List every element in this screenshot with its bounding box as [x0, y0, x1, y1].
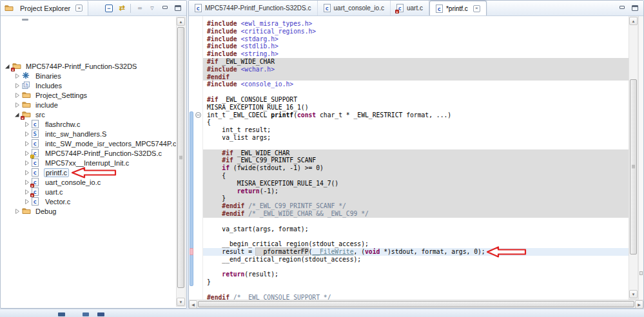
tree-item-Vector.c[interactable]: cVector.c [1, 197, 176, 206]
c-file-icon: c [436, 5, 443, 13]
collapse-all-icon[interactable]: − [104, 4, 113, 13]
scroll-up-icon[interactable]: ▲ [629, 17, 638, 25]
tree-scrollbar-thumb[interactable] [177, 27, 184, 288]
tree-item-Project_Settings[interactable]: Project_Settings [1, 90, 176, 100]
expand-twisty-icon[interactable] [24, 131, 30, 137]
code-line-1: #include <ewl_misra_types.h> [203, 20, 629, 28]
tree-item-label: printf.c [44, 168, 69, 177]
expand-twisty-icon[interactable] [14, 208, 20, 215]
editor-tab--printf.c[interactable]: c*printf.c× [429, 1, 487, 15]
tree-item-printf.c[interactable]: cprintf.c [1, 168, 176, 177]
vertical-ruler[interactable] [189, 16, 194, 300]
code-line-11: #if _EWL_CONSOLE_SUPPORT [203, 96, 629, 104]
expand-twisty-icon[interactable] [14, 92, 20, 99]
expand-twisty-icon[interactable] [24, 198, 30, 205]
tree-item-intc_SW_mode_isr_vectors_MPC5744P.c[interactable]: cintc_SW_mode_isr_vectors_MPC5744P.c [1, 139, 176, 148]
tree-item-MPC57xx__Interrupt_Init.c[interactable]: cMPC57xx__Interrupt_Init.c [1, 158, 176, 168]
tree-item-uart.c[interactable]: c×uart.c [1, 187, 176, 197]
expand-twisty-icon[interactable] [14, 82, 20, 89]
editor-body: #include <ewl_misra_types.h>#include <cr… [189, 16, 643, 300]
link-with-editor-icon[interactable]: ⇄ [117, 4, 126, 13]
editor-hscrollbar[interactable]: ◀ ▶ [189, 300, 643, 308]
error-badge: × [395, 10, 399, 14]
tree-item-Binaries[interactable]: Binaries [1, 71, 176, 81]
editor-tab-uart_console_io.c[interactable]: cuart_console_io.c [318, 1, 391, 15]
binaries-icon [22, 72, 32, 80]
tree-item-uart_console_io.c[interactable]: c×uart_console_io.c [1, 177, 176, 187]
svg-text:S: S [34, 131, 37, 137]
editor-tab-label: MPC5744P-Printf_Function-S32DS.c [205, 5, 311, 12]
tree-item-label: MPC5744P-Printf_Function-S32DS [24, 62, 138, 70]
hyperlinked-symbol[interactable]: __FileWrite [312, 248, 353, 255]
scroll-down-icon[interactable]: ▼ [177, 298, 185, 306]
expand-twisty-icon[interactable] [24, 169, 30, 176]
folding-column[interactable] [194, 16, 203, 300]
editor-hscrollbar-thumb[interactable] [198, 301, 634, 307]
collapse-region-icon[interactable] [195, 112, 201, 118]
editor-tab-uart.c[interactable]: c×uart.c [391, 1, 429, 15]
expand-twisty-icon[interactable] [14, 102, 20, 108]
includes-icon: h [22, 81, 32, 90]
tree-item-Includes[interactable]: hIncludes [1, 81, 176, 90]
tree-item-src[interactable]: ×src [1, 110, 176, 119]
folder-icon [5, 4, 14, 12]
code-editor[interactable]: #include <ewl_misra_types.h>#include <cr… [203, 16, 629, 300]
maximize-editor-icon[interactable] [630, 4, 639, 13]
editor-tab-label: *printf.c [446, 5, 468, 12]
code-line-36 [203, 286, 629, 294]
project-tree[interactable]: ×MPC5744P-Printf_Function-S32DSBinariesh… [1, 16, 176, 307]
code-line-4: #include <stdlib.h> [203, 43, 629, 50]
tree-item-label: Binaries [34, 72, 63, 80]
editor-tab-bar: cMPC5744P-Printf_Function-S32DS.ccuart_c… [189, 1, 643, 16]
expand-twisty-icon[interactable] [14, 73, 20, 79]
scroll-right-icon[interactable]: ▶ [635, 300, 643, 309]
expand-twisty-icon[interactable] [24, 150, 30, 157]
expand-twisty-icon[interactable] [24, 121, 30, 128]
tree-item-label: flashrchw.c [44, 120, 81, 128]
code-line-20: if (fwide(stdout, -1) >= 0) [203, 164, 629, 172]
editor-vscrollbar[interactable]: ▲ ▼ [629, 16, 638, 300]
bottom-window-trim [0, 309, 644, 317]
tree-item-MPC5744P-Printf_Function-S32DS.c[interactable]: c!MPC5744P-Printf_Function-S32DS.c [1, 148, 176, 158]
tree-item-flashrchw.c[interactable]: cflashrchw.c [1, 119, 176, 129]
close-view-icon[interactable]: × [75, 5, 83, 12]
overview-annotation-mark[interactable] [639, 271, 643, 275]
overview-ruler[interactable] [638, 16, 643, 300]
code-line-3: #include <stdarg.h> [203, 35, 629, 43]
error-badge: × [11, 68, 15, 72]
maximize-view-icon[interactable] [173, 4, 182, 13]
project-explorer-view-tab[interactable]: Project Explorer × [1, 1, 88, 15]
tree-item-Debug[interactable]: Debug [1, 206, 176, 216]
tree-item-include[interactable]: include [1, 100, 176, 110]
scroll-down-icon[interactable]: ▼ [629, 290, 638, 298]
cfile-icon: c! [32, 149, 41, 157]
expand-twisty-icon[interactable] [24, 140, 30, 147]
collapse-twisty-icon[interactable] [5, 63, 10, 70]
code-line-5: #include <string.h> [203, 50, 629, 58]
code-line-6: #if _EWL_WIDE_CHAR [203, 58, 629, 66]
tree-item-MPC5744P-Printf_Function-S32DS[interactable]: ×MPC5744P-Printf_Function-S32DS [1, 61, 176, 71]
scrolled-item-fragment [22, 19, 28, 21]
tree-item-label: Includes [34, 82, 63, 90]
editor-tab-label: uart_console_io.c [334, 5, 384, 12]
tree-item-intc_sw_handlers.S[interactable]: Sintc_sw_handlers.S [1, 129, 176, 139]
scroll-up-icon[interactable]: ▲ [177, 17, 185, 26]
code-line-25: #endif /*_EWL_C99_PRINTF_SCANF */ [203, 202, 629, 210]
expand-twisty-icon[interactable] [24, 179, 30, 186]
editor-tab-MPC5744P-Printf_Function-S32DS.c[interactable]: cMPC5744P-Printf_Function-S32DS.c [189, 1, 318, 15]
view-menu-icon[interactable]: ▽ [148, 4, 157, 13]
editor-vscrollbar-thumb[interactable] [630, 79, 637, 255]
minimize-editor-icon[interactable] [618, 4, 627, 13]
expand-twisty-icon[interactable] [24, 189, 30, 195]
expand-twisty-icon[interactable] [24, 160, 30, 166]
code-line-14: { [203, 119, 629, 126]
c-file-icon: c× [396, 4, 404, 12]
code-line-8: #endif [203, 73, 629, 81]
tree-scrollbar[interactable]: ▲ ▼ [176, 17, 186, 307]
close-tab-icon[interactable]: × [473, 5, 480, 12]
tree-item-label: Vector.c [44, 198, 72, 206]
code-line-15: int_t result; [203, 126, 629, 134]
minimize-view-icon[interactable] [161, 4, 170, 13]
scroll-left-icon[interactable]: ◀ [189, 300, 197, 309]
collapse-twisty-icon[interactable] [14, 111, 20, 118]
